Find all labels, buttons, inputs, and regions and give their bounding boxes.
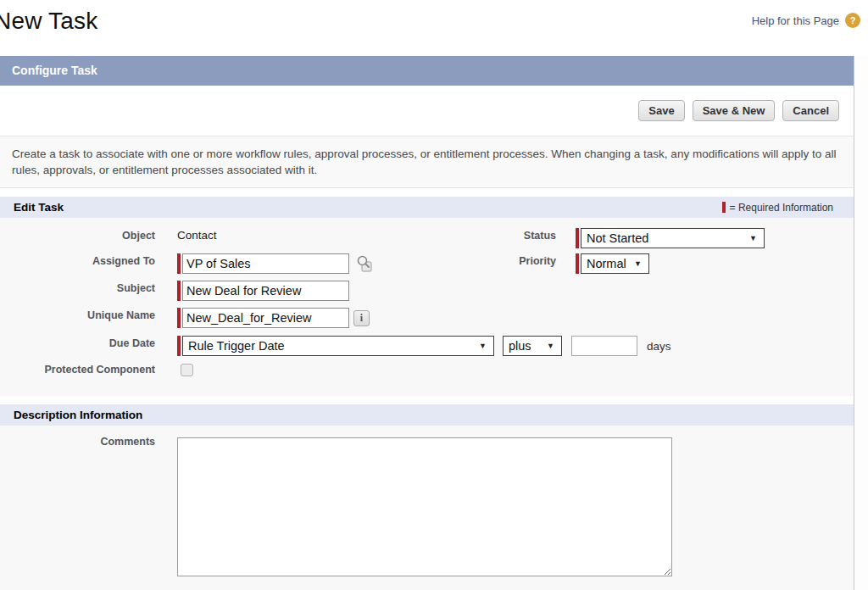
required-marker-icon xyxy=(177,336,181,356)
configure-task-bar: Configure Task xyxy=(0,56,854,86)
priority-label: Priority xyxy=(471,255,556,267)
due-date-selected-value: Rule Trigger Date xyxy=(188,339,285,353)
required-marker-icon xyxy=(576,253,579,274)
due-date-select[interactable]: Rule Trigger Date xyxy=(182,336,494,356)
status-label: Status xyxy=(471,230,556,242)
subject-label: Subject xyxy=(0,282,155,294)
unique-name-input[interactable] xyxy=(182,308,349,328)
protected-component-label: Protected Component xyxy=(0,364,155,376)
description-title: Description Information xyxy=(14,409,142,421)
priority-selected-value: Normal xyxy=(587,257,626,270)
object-label: Object xyxy=(0,230,155,242)
required-marker-icon xyxy=(177,253,181,274)
due-date-label: Due Date xyxy=(0,337,155,349)
days-suffix: days xyxy=(647,340,671,353)
help-area: Help for this Page xyxy=(752,13,860,28)
subject-group xyxy=(177,281,349,301)
required-marker-icon xyxy=(177,308,181,328)
protected-component-checkbox[interactable] xyxy=(181,364,193,376)
page-title: New Task xyxy=(0,8,97,35)
description-form: Comments xyxy=(0,426,854,590)
toolbar: Save Save & New Cancel xyxy=(0,86,854,136)
status-group: Not Started xyxy=(576,228,765,248)
edit-task-section-header: Edit Task = Required Information xyxy=(0,197,854,218)
required-legend: = Required Information xyxy=(722,202,833,214)
intro-text: Create a task to associate with one or m… xyxy=(0,136,854,188)
due-date-group: Rule Trigger Date plus days xyxy=(177,336,671,356)
unique-name-label: Unique Name xyxy=(0,309,155,321)
comments-textarea[interactable] xyxy=(177,437,672,576)
required-marker-icon xyxy=(177,281,181,301)
assigned-to-group xyxy=(177,253,349,274)
status-select[interactable]: Not Started xyxy=(581,228,765,248)
cancel-button[interactable]: Cancel xyxy=(782,100,839,121)
assigned-to-label: Assigned To xyxy=(0,255,155,267)
required-marker-icon xyxy=(722,202,726,213)
required-legend-text: = Required Information xyxy=(730,202,833,214)
main-content: Configure Task Save Save & New Cancel Cr… xyxy=(0,56,854,590)
chevron-down-icon xyxy=(547,342,554,350)
due-date-operator-value: plus xyxy=(509,339,531,353)
priority-select[interactable]: Normal xyxy=(581,253,649,274)
comments-label: Comments xyxy=(0,436,155,448)
subject-input[interactable] xyxy=(182,281,349,301)
due-date-days-input[interactable] xyxy=(571,336,637,356)
save-button[interactable]: Save xyxy=(638,100,684,121)
required-marker-icon xyxy=(576,228,579,248)
page-header: New Task Help for this Page xyxy=(0,0,868,56)
save-and-new-button[interactable]: Save & New xyxy=(693,100,776,121)
priority-group: Normal xyxy=(576,253,649,274)
chevron-down-icon xyxy=(634,259,642,268)
status-selected-value: Not Started xyxy=(587,231,648,245)
unique-name-group xyxy=(177,308,349,328)
info-icon[interactable] xyxy=(353,310,370,326)
chevron-down-icon xyxy=(749,234,757,242)
object-value: Contact xyxy=(177,229,217,242)
edit-task-title: Edit Task xyxy=(14,201,64,214)
help-question-icon[interactable] xyxy=(845,13,860,28)
due-date-operator-select[interactable]: plus xyxy=(503,336,562,356)
assigned-to-input[interactable] xyxy=(182,253,349,274)
chevron-down-icon xyxy=(479,342,487,350)
help-link[interactable]: Help for this Page xyxy=(752,14,839,27)
description-section-header: Description Information xyxy=(0,404,854,426)
lookup-icon[interactable] xyxy=(355,254,374,276)
edit-task-form: Object Contact Assigned To Subject Uniqu… xyxy=(0,218,854,396)
